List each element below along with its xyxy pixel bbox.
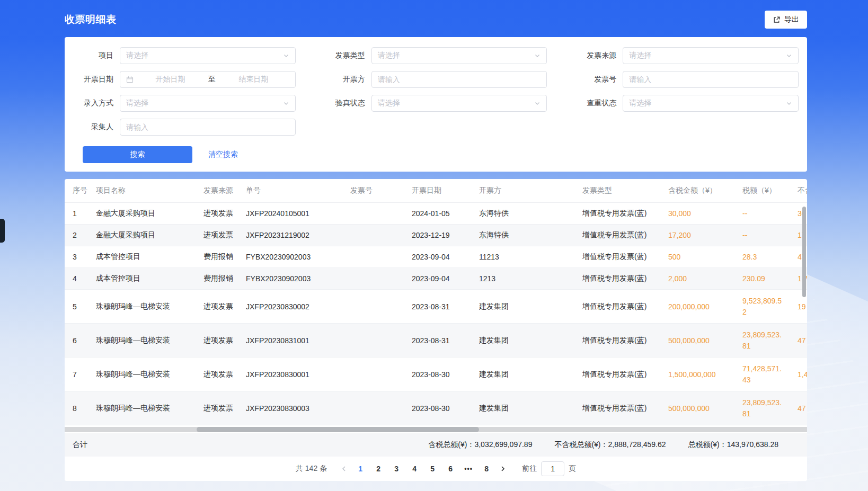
- page-button-4[interactable]: 4: [406, 461, 422, 476]
- cell-tax: 230.09: [742, 273, 798, 284]
- table-row[interactable]: 4成本管控项目费用报销FYBX202309020032023-09-041213…: [65, 268, 807, 290]
- horizontal-scrollbar-track[interactable]: [65, 427, 807, 432]
- jump-page-input[interactable]: [541, 461, 564, 476]
- cell-type: 增值税专用发票(蓝): [582, 274, 668, 283]
- cell-tax: 9,523,809.5 2: [742, 296, 798, 318]
- total-without-tax-value: 2,888,728,459.62: [608, 440, 666, 450]
- filter-item: 开票方: [325, 67, 547, 91]
- cell-project: 成本管控项目: [96, 274, 203, 283]
- column-header-amount_excl: 不含税金额（¥）: [798, 186, 807, 195]
- page-button-6[interactable]: 6: [442, 461, 458, 476]
- chevron-down-icon: [283, 100, 289, 106]
- filter-label: 验真状态: [325, 99, 371, 108]
- cell-source: 进项发票: [203, 209, 246, 218]
- chevron-down-icon: [786, 52, 792, 59]
- date-range-field[interactable]: 开始日期至结束日期: [120, 71, 296, 88]
- date-range-separator: 至: [206, 75, 218, 84]
- text-input[interactable]: [629, 75, 792, 84]
- cell-date: 2023-08-30: [412, 404, 479, 413]
- calendar-icon: [126, 76, 134, 83]
- jump-prefix: 前往: [522, 464, 537, 474]
- cell-seq: 1: [73, 209, 96, 218]
- total-tax: 总税额(¥)： 143,970,638.28: [688, 440, 778, 450]
- table-row[interactable]: 2金融大厦采购项目进项发票JXFP202312190022023-12-19东海…: [65, 225, 807, 246]
- clear-search-link[interactable]: 清空搜索: [208, 150, 238, 159]
- start-date-placeholder: 开始日期: [135, 75, 206, 84]
- table-row[interactable]: 1金融大厦采购项目进项发票JXFP202401050012024-01-05东海…: [65, 203, 807, 225]
- cell-date: 2023-09-04: [412, 253, 479, 261]
- cell-order_no: JXFP20230830002: [246, 302, 350, 311]
- text-field[interactable]: [120, 119, 296, 136]
- text-field[interactable]: [371, 71, 547, 88]
- search-button[interactable]: 搜索: [83, 146, 192, 163]
- filter-item: 项目请选择: [73, 43, 296, 67]
- cell-amount_excl: 19: [798, 302, 807, 311]
- cell-amount_incl: 17,200: [668, 231, 742, 239]
- cell-tax: 28.3: [742, 252, 798, 263]
- page-button-8[interactable]: 8: [479, 461, 494, 476]
- cell-issuer: 建发集团: [479, 404, 582, 413]
- page-title: 收票明细表: [65, 13, 117, 26]
- cell-amount_incl: 200,000,000: [668, 302, 742, 311]
- vertical-scrollbar[interactable]: [802, 207, 806, 297]
- column-header-date: 开票日期: [412, 186, 479, 195]
- column-header-source: 发票来源: [203, 186, 246, 195]
- cell-tax: 23,809,523. 81: [742, 329, 798, 352]
- filter-panel: 项目请选择发票类型请选择发票来源请选择开票日期开始日期至结束日期开票方发票号录入…: [65, 37, 807, 172]
- filter-label: 发票来源: [576, 51, 623, 60]
- chevron-down-icon: [283, 52, 289, 59]
- page-button-1[interactable]: 1: [352, 461, 368, 476]
- total-with-tax-value: 3,032,699,097.89: [474, 440, 532, 450]
- filter-label: 发票号: [576, 75, 623, 84]
- table-row[interactable]: 8珠穆朗玛峰—电梯安装进项发票JXFP202308300032023-08-30…: [65, 391, 807, 425]
- cell-source: 进项发票: [203, 370, 246, 379]
- select-field[interactable]: 请选择: [623, 95, 799, 112]
- filter-item: 发票号: [576, 67, 799, 91]
- drawer-handle[interactable]: [0, 219, 5, 243]
- table-row[interactable]: 6珠穆朗玛峰—电梯安装进项发票JXFP202308310012023-08-31…: [65, 324, 807, 358]
- cell-tax: 71,428,571. 43: [742, 363, 798, 386]
- cell-type: 增值税专用发票(蓝): [582, 209, 668, 218]
- cell-type: 增值税专用发票(蓝): [582, 302, 668, 311]
- select-field[interactable]: 请选择: [120, 47, 296, 64]
- cell-seq: 6: [73, 336, 96, 345]
- column-header-invoice_no: 发票号: [350, 186, 412, 195]
- select-field[interactable]: 请选择: [623, 47, 799, 64]
- filter-item: 发票来源请选择: [576, 43, 799, 67]
- page-button-5[interactable]: 5: [424, 461, 440, 476]
- cell-source: 进项发票: [203, 404, 246, 413]
- cell-issuer: 建发集团: [479, 336, 582, 345]
- cell-issuer: 建发集团: [479, 370, 582, 379]
- page-button-2[interactable]: 2: [370, 461, 386, 476]
- table-row[interactable]: 5珠穆朗玛峰—电梯安装进项发票JXFP202308300022023-08-31…: [65, 290, 807, 324]
- cell-order_no: JXFP20240105001: [246, 209, 350, 218]
- select-field[interactable]: 请选择: [120, 95, 296, 112]
- text-field[interactable]: [623, 71, 799, 88]
- horizontal-scrollbar-thumb[interactable]: [197, 427, 479, 432]
- select-field[interactable]: 请选择: [371, 95, 547, 112]
- page-ellipsis[interactable]: •••: [460, 461, 476, 476]
- export-button[interactable]: 导出: [765, 11, 807, 29]
- filter-label: 开票日期: [73, 75, 120, 84]
- filter-item: 开票日期开始日期至结束日期: [73, 67, 296, 91]
- select-placeholder: 请选择: [629, 99, 651, 108]
- cell-amount_incl: 2,000: [668, 274, 742, 283]
- cell-seq: 5: [73, 302, 96, 311]
- cell-source: 进项发票: [203, 336, 246, 345]
- cell-order_no: FYBX20230902003: [246, 274, 350, 283]
- column-header-project: 项目名称: [96, 186, 203, 195]
- cell-order_no: JXFP20230830001: [246, 370, 350, 379]
- page-button-3[interactable]: 3: [388, 461, 404, 476]
- cell-issuer: 1213: [479, 274, 582, 283]
- text-input[interactable]: [126, 123, 289, 131]
- text-input[interactable]: [378, 75, 541, 84]
- select-field[interactable]: 请选择: [371, 47, 547, 64]
- pagination-total: 共 142 条: [296, 464, 327, 474]
- next-page-button[interactable]: [495, 461, 510, 476]
- prev-page-button[interactable]: [336, 461, 351, 476]
- table-row[interactable]: 3成本管控项目费用报销FYBX202309020032023-09-041121…: [65, 246, 807, 268]
- summary-label: 合计: [73, 440, 87, 450]
- cell-issuer: 东海特供: [479, 209, 582, 218]
- table-row[interactable]: 7珠穆朗玛峰—电梯安装进项发票JXFP202308300012023-08-30…: [65, 358, 807, 391]
- summary-row: 合计 含税总额(¥)： 3,032,699,097.89 不含税总额(¥)： 2…: [65, 433, 807, 457]
